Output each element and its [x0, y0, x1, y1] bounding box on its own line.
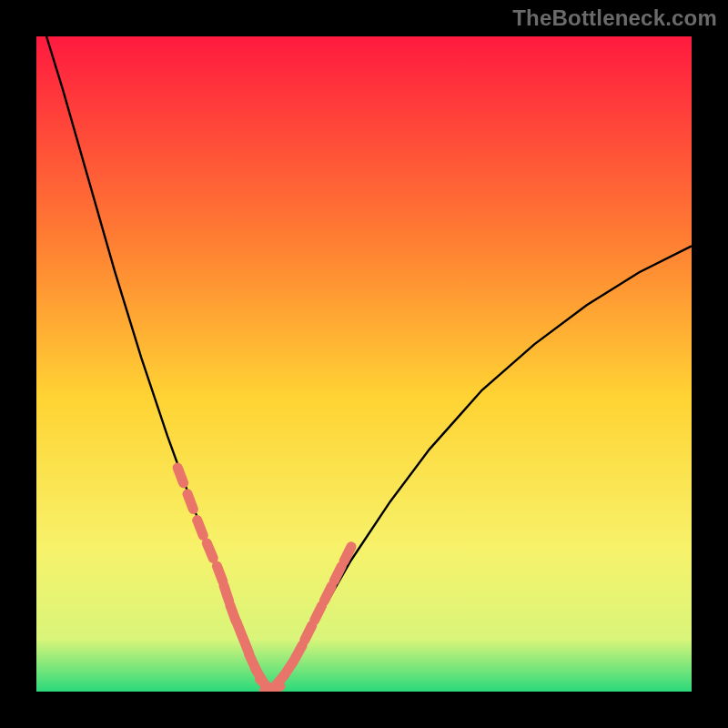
chart-frame: TheBottleneck.com [0, 0, 728, 728]
marker-dash [305, 625, 312, 640]
marker-dash [344, 547, 351, 561]
marker-dash [334, 566, 341, 581]
marker-dash [197, 521, 204, 536]
marker-dash [217, 566, 222, 581]
plot-area [36, 36, 692, 692]
watermark-text: TheBottleneck.com [512, 5, 717, 31]
marker-dash [177, 468, 183, 483]
marker-dash [295, 645, 303, 660]
marker-dash [224, 586, 229, 602]
marker-dash [324, 586, 331, 601]
chart-svg [36, 36, 692, 692]
marker-dash [315, 606, 322, 621]
marker-dash [187, 494, 193, 510]
gradient-background [36, 36, 692, 692]
marker-dash [207, 543, 213, 559]
